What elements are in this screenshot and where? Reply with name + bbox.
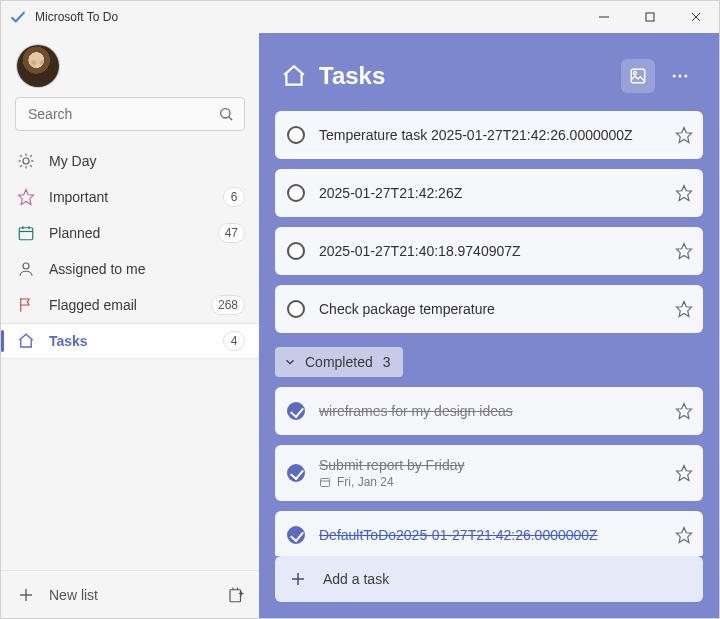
task-complete-toggle[interactable] [287,464,305,482]
svg-rect-16 [19,228,33,240]
star-icon[interactable] [675,300,693,318]
svg-line-14 [30,155,32,157]
star-icon [17,188,35,206]
svg-rect-28 [631,69,645,83]
task-due-label: Fri, Jan 24 [337,475,394,489]
sidebar-item-tasks[interactable]: Tasks 4 [1,323,259,359]
chevron-down-icon [283,355,297,369]
svg-point-29 [634,72,637,75]
sun-icon [17,152,35,170]
svg-point-32 [684,75,687,78]
task-complete-toggle[interactable] [287,126,305,144]
task-title: Temperature task 2025-01-27T21:42:26.000… [319,127,675,143]
star-icon[interactable] [675,126,693,144]
task-item[interactable]: Check package temperature [275,285,703,333]
search-box[interactable] [15,97,245,131]
completed-label: Completed [305,354,373,370]
sidebar-item-label: My Day [49,153,245,169]
task-title: 2025-01-27T21:40:18.9740907Z [319,243,675,259]
svg-rect-23 [230,589,241,601]
svg-marker-37 [677,404,692,419]
task-item[interactable]: 2025-01-27T21:40:18.9740907Z [275,227,703,275]
task-title: wireframes for my design ideas [319,403,675,419]
sidebar-item-count: 4 [223,331,245,351]
star-icon[interactable] [675,242,693,260]
avatar[interactable] [17,45,59,87]
new-group-icon[interactable] [227,586,245,604]
sidebar-item-label: Tasks [49,333,209,349]
svg-rect-1 [646,13,654,21]
task-complete-toggle[interactable] [287,242,305,260]
svg-line-11 [20,155,22,157]
svg-point-6 [23,158,29,164]
add-task-input[interactable]: Add a task [275,556,703,602]
main-header: Tasks [259,33,719,111]
new-list-button[interactable]: New list [49,587,227,603]
theme-button[interactable] [621,59,655,93]
window-close-button[interactable] [673,1,719,33]
tasks-list: Temperature task 2025-01-27T21:42:26.000… [259,111,719,556]
main-panel: Tasks Temperature task 2025-01-27T21:42:… [259,33,719,618]
star-icon[interactable] [675,526,693,544]
task-title: 2025-01-27T21:42:26Z [319,185,675,201]
page-title: Tasks [319,62,621,90]
task-item-completed[interactable]: wireframes for my design ideas [275,387,703,435]
svg-point-20 [23,263,29,269]
calendar-icon [319,476,331,488]
search-input[interactable] [26,105,218,123]
more-button[interactable] [663,59,697,93]
sidebar: My Day Important 6 Planned 47 A [1,33,259,618]
task-item[interactable]: Temperature task 2025-01-27T21:42:26.000… [275,111,703,159]
plus-icon [289,570,307,588]
svg-marker-33 [677,128,692,143]
completed-section-toggle[interactable]: Completed 3 [275,347,403,377]
svg-point-4 [221,109,230,118]
task-item[interactable]: 2025-01-27T21:42:26Z [275,169,703,217]
task-complete-toggle[interactable] [287,526,305,544]
sidebar-item-assigned[interactable]: Assigned to me [1,251,259,287]
titlebar: Microsoft To Do [1,1,719,33]
completed-count: 3 [383,354,391,370]
svg-marker-36 [677,302,692,317]
window-minimize-button[interactable] [581,1,627,33]
task-complete-toggle[interactable] [287,402,305,420]
sidebar-item-label: Planned [49,225,204,241]
svg-line-12 [30,165,32,167]
svg-line-5 [229,117,232,120]
sidebar-item-myday[interactable]: My Day [1,143,259,179]
star-icon[interactable] [675,184,693,202]
sidebar-item-label: Assigned to me [49,261,245,277]
sidebar-item-count: 6 [223,187,245,207]
sidebar-item-flagged[interactable]: Flagged email 268 [1,287,259,323]
flag-icon [17,296,35,314]
task-item-completed[interactable]: Submit report by Friday Fri, Jan 24 [275,445,703,501]
task-title: Check package temperature [319,301,675,317]
svg-point-30 [673,75,676,78]
task-title: DefaultToDo2025-01-27T21:42:26.0000000Z [319,527,675,543]
window-maximize-button[interactable] [627,1,673,33]
search-icon [218,106,234,122]
home-icon [281,63,307,89]
sidebar-item-count: 268 [211,295,245,315]
sidebar-item-planned[interactable]: Planned 47 [1,215,259,251]
svg-marker-40 [677,466,692,481]
task-item-completed[interactable]: DefaultToDo2025-01-27T21:42:26.0000000Z [275,511,703,556]
sidebar-nav: My Day Important 6 Planned 47 A [1,143,259,359]
svg-line-13 [20,165,22,167]
star-icon[interactable] [675,464,693,482]
app-title: Microsoft To Do [35,10,118,24]
star-icon[interactable] [675,402,693,420]
sidebar-item-important[interactable]: Important 6 [1,179,259,215]
svg-rect-38 [321,479,330,487]
svg-marker-35 [677,244,692,259]
home-icon [17,332,35,350]
sidebar-bottom: New list [1,570,259,618]
sidebar-item-count: 47 [218,223,245,243]
svg-marker-15 [19,190,34,205]
svg-point-31 [679,75,682,78]
task-complete-toggle[interactable] [287,184,305,202]
calendar-icon [17,224,35,242]
svg-marker-34 [677,186,692,201]
task-complete-toggle[interactable] [287,300,305,318]
sidebar-item-label: Flagged email [49,297,197,313]
